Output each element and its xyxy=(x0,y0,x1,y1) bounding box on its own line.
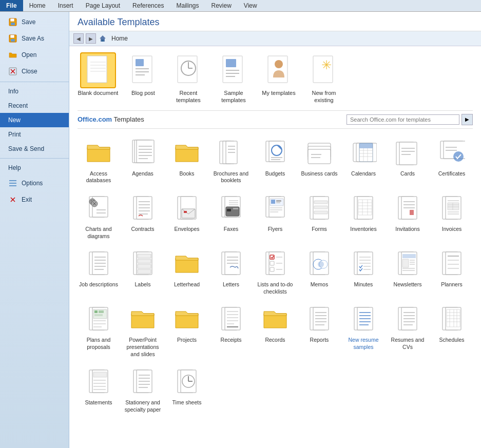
office-section-header: Office.com Templates ▶ xyxy=(78,110,473,129)
grid-item-planners[interactable]: Planners xyxy=(431,245,473,297)
grid-item-job-descriptions[interactable]: Job descriptions xyxy=(78,245,120,297)
sidebar-item-close[interactable]: Close xyxy=(0,63,69,80)
svg-rect-188 xyxy=(402,254,416,258)
forward-button[interactable]: ▶ xyxy=(86,33,96,44)
grid-item-certificates[interactable]: Certificates xyxy=(431,134,473,186)
menu-tab-review[interactable]: Review xyxy=(205,0,237,11)
sidebar-item-print[interactable]: Print xyxy=(0,127,69,142)
sidebar-item-help[interactable]: Help xyxy=(0,161,69,175)
svg-rect-189 xyxy=(402,259,409,267)
forms-icon xyxy=(303,191,336,224)
grid-item-books[interactable]: Books xyxy=(166,134,208,186)
grid-item-resumes[interactable]: Resumes and CVs xyxy=(387,300,429,360)
menu-tab-file[interactable]: File xyxy=(0,0,23,11)
grid-item-inventories[interactable]: Inventories xyxy=(342,189,384,242)
template-blank-document[interactable]: Blank document xyxy=(78,52,119,104)
grid-item-budgets[interactable]: Budgets xyxy=(254,134,296,186)
menu-tab-insert[interactable]: Insert xyxy=(52,0,80,11)
back-button[interactable]: ◀ xyxy=(73,33,84,44)
faxes-label: Faxes xyxy=(224,226,239,233)
search-button[interactable]: ▶ xyxy=(461,114,473,125)
records-icon xyxy=(259,302,292,335)
template-new-from-existing[interactable]: ✳ New from existing xyxy=(303,52,344,104)
open-icon xyxy=(8,50,17,60)
grid-item-plans[interactable]: Plans and proposals xyxy=(78,300,120,360)
grid-item-lists[interactable]: Lists and to-do checklists xyxy=(254,245,296,297)
blog-post-icon xyxy=(125,52,161,88)
menu-tab-references[interactable]: References xyxy=(126,0,170,11)
grid-item-contracts[interactable]: Contracts xyxy=(122,189,164,242)
grid-item-business-cards[interactable]: Business cards xyxy=(298,134,340,186)
grid-item-envelopes[interactable]: Envelopes xyxy=(166,189,208,242)
labels-icon xyxy=(126,247,159,280)
grid-item-records[interactable]: Records xyxy=(254,300,296,360)
grid-item-reports[interactable]: Reports xyxy=(298,300,340,360)
memos-label: Memos xyxy=(311,281,328,288)
save-icon xyxy=(8,17,17,27)
certificates-icon xyxy=(435,136,468,169)
grid-item-receipts[interactable]: Receipts xyxy=(210,300,252,360)
grid-item-calendars[interactable]: Calendars xyxy=(342,134,384,186)
flyers-icon xyxy=(259,191,292,224)
grid-item-memos[interactable]: Memos xyxy=(298,245,340,297)
recent-templates-icon xyxy=(170,52,206,88)
grid-item-brochures[interactable]: Brochures and booklets xyxy=(210,134,252,186)
grid-item-charts[interactable]: Charts and diagrams xyxy=(78,189,120,242)
search-input[interactable] xyxy=(347,114,459,125)
new-resume-label: New resume samples xyxy=(343,337,383,350)
menu-tab-page-layout[interactable]: Page Layout xyxy=(80,0,126,11)
grid-item-letterhead[interactable]: Letterhead xyxy=(166,245,208,297)
menu-tab-mailings[interactable]: Mailings xyxy=(170,0,205,11)
books-label: Books xyxy=(179,170,194,178)
template-sample-templates[interactable]: Sample templates xyxy=(213,52,254,104)
memos-icon xyxy=(303,247,336,280)
grid-item-statements[interactable]: Statements xyxy=(78,363,120,415)
menu-tab-home[interactable]: Home xyxy=(23,0,52,11)
grid-item-invitations[interactable]: Invitations xyxy=(387,189,429,242)
grid-item-faxes[interactable]: Faxes xyxy=(210,189,252,242)
grid-item-cards[interactable]: Cards xyxy=(387,134,429,186)
job-descriptions-icon xyxy=(82,247,115,280)
grid-item-access-databases[interactable]: Access databases xyxy=(78,134,120,186)
grid-item-stationery[interactable]: Stationery and specialty paper xyxy=(122,363,164,415)
template-recent-templates[interactable]: Recent templates xyxy=(168,52,209,104)
grid-item-flyers[interactable]: Flyers xyxy=(254,189,296,242)
recent-templates-label: Recent templates xyxy=(168,89,209,104)
grid-item-minutes[interactable]: Minutes xyxy=(342,245,384,297)
grid-item-labels[interactable]: Labels xyxy=(122,245,164,297)
svg-rect-1 xyxy=(10,18,14,22)
grid-item-forms[interactable]: Forms xyxy=(298,189,340,242)
sidebar-item-new[interactable]: New xyxy=(0,113,69,127)
sidebar-item-exit[interactable]: Exit xyxy=(0,191,69,208)
sidebar-item-save-as[interactable]: Save As xyxy=(0,30,69,47)
template-blog-post[interactable]: Blog post xyxy=(123,52,164,104)
lists-icon xyxy=(259,247,292,280)
sidebar-item-save-send[interactable]: Save & Send xyxy=(0,142,69,156)
sidebar-item-open[interactable]: Open xyxy=(0,47,69,63)
stationery-icon xyxy=(126,365,159,398)
grid-item-timesheets[interactable]: Time sheets xyxy=(166,363,208,415)
newsletters-label: Newsletters xyxy=(394,281,422,288)
svg-rect-15 xyxy=(87,56,107,83)
template-my-templates[interactable]: My templates xyxy=(258,52,299,104)
sidebar-item-recent[interactable]: Recent xyxy=(0,99,69,113)
grid-item-letters[interactable]: Letters xyxy=(210,245,252,297)
statements-icon xyxy=(82,365,115,398)
svg-rect-241 xyxy=(447,309,460,327)
menu-tab-view[interactable]: View xyxy=(238,0,263,11)
svg-rect-34 xyxy=(268,56,287,83)
sidebar-item-save[interactable]: Save xyxy=(0,14,69,30)
books-icon xyxy=(170,136,203,169)
sidebar-item-options[interactable]: Options xyxy=(0,175,69,191)
grid-item-powerpoint[interactable]: PowerPoint presentations and slides xyxy=(122,300,164,360)
grid-item-projects[interactable]: Projects xyxy=(166,300,208,360)
grid-item-invoices[interactable]: Invoices xyxy=(431,189,473,242)
grid-item-new-resume[interactable]: New resume samples xyxy=(342,300,384,360)
sidebar-options-label: Options xyxy=(22,180,43,187)
timesheets-label: Time sheets xyxy=(172,399,202,406)
grid-item-agendas[interactable]: Agendas xyxy=(122,134,164,186)
cards-label: Cards xyxy=(400,170,415,178)
grid-item-schedules[interactable]: Schedules xyxy=(431,300,473,360)
grid-item-newsletters[interactable]: Newsletters xyxy=(387,245,429,297)
sidebar-item-info[interactable]: Info xyxy=(0,84,69,99)
